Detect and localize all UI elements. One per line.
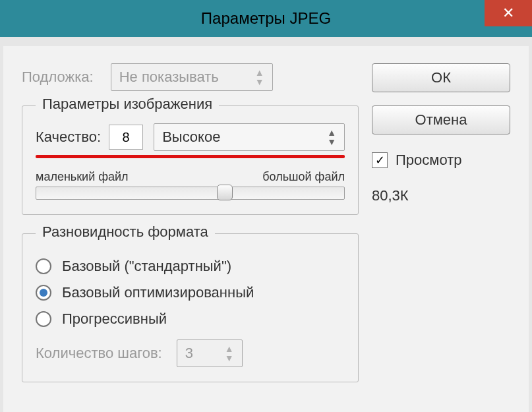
title-bar: Параметры JPEG ✕ xyxy=(0,0,532,37)
file-size-readout: 80,3К xyxy=(372,187,510,204)
slider-thumb[interactable] xyxy=(217,185,233,200)
image-options-group: Параметры изображения Качество: Высокое … xyxy=(22,105,359,215)
steps-select: 3 ▲▼ xyxy=(177,339,243,367)
radio-label: Базовый оптимизированный xyxy=(62,284,254,301)
ok-button[interactable]: ОК xyxy=(372,63,510,92)
close-icon: ✕ xyxy=(502,5,514,22)
steps-label: Количество шагов: xyxy=(36,345,162,362)
matte-label: Подложка: xyxy=(22,69,94,86)
chevron-updown-icon: ▲▼ xyxy=(255,68,264,86)
matte-select: Не показывать ▲▼ xyxy=(111,63,273,91)
format-options-title: Разновидность формата xyxy=(36,223,215,241)
slider-labels: маленький файл большой файл xyxy=(36,170,345,184)
radio-progressive[interactable]: Прогрессивный xyxy=(36,310,345,328)
quality-slider[interactable] xyxy=(36,187,345,200)
quality-input[interactable] xyxy=(109,125,143,150)
matte-value: Не показывать xyxy=(119,69,219,86)
highlight-underline xyxy=(36,155,345,158)
radio-label: Прогрессивный xyxy=(62,310,167,328)
format-options-group: Разновидность формата Базовый ("стандарт… xyxy=(22,233,359,382)
checkbox-icon: ✓ xyxy=(372,152,388,168)
quality-preset-select[interactable]: Высокое ▲▼ xyxy=(154,123,345,151)
image-options-title: Параметры изображения xyxy=(36,96,219,113)
chevron-updown-icon: ▲▼ xyxy=(327,128,336,146)
slider-max-label: большой файл xyxy=(262,170,345,184)
radio-baseline[interactable]: Базовый ("стандартный") xyxy=(36,258,345,275)
radio-icon xyxy=(36,311,51,327)
cancel-button[interactable]: Отмена xyxy=(372,105,510,134)
radio-icon xyxy=(36,258,51,274)
slider-min-label: маленький файл xyxy=(36,170,129,184)
steps-value: 3 xyxy=(185,345,193,362)
quality-preset-value: Высокое xyxy=(162,129,220,146)
window-title: Параметры JPEG xyxy=(201,9,331,28)
close-button[interactable]: ✕ xyxy=(485,0,532,26)
radio-label: Базовый ("стандартный") xyxy=(62,258,231,275)
dialog-body: Подложка: Не показывать ▲▼ Параметры изо… xyxy=(3,46,529,412)
preview-label: Просмотр xyxy=(396,152,461,169)
radio-icon xyxy=(36,285,51,301)
radio-optimized[interactable]: Базовый оптимизированный xyxy=(36,284,345,301)
preview-checkbox[interactable]: ✓ Просмотр xyxy=(372,152,510,169)
jpeg-options-dialog: Параметры JPEG ✕ Подложка: Не показывать… xyxy=(0,0,532,412)
quality-label: Качество: xyxy=(36,129,101,146)
chevron-updown-icon: ▲▼ xyxy=(225,344,234,363)
